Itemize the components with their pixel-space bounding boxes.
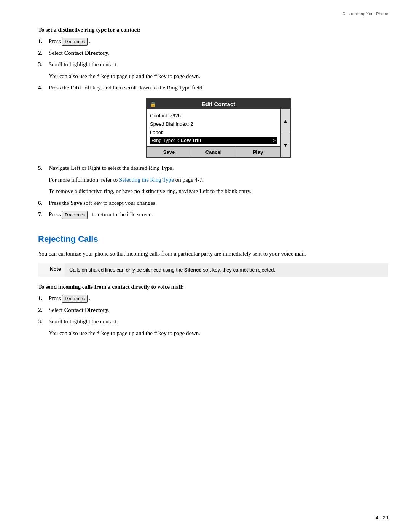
softkey-save[interactable]: Save: [147, 147, 191, 157]
ring-type-arrow: >: [273, 138, 276, 143]
step-3-content: Scroll to highlight the contact.: [49, 60, 388, 69]
directories-button-1[interactable]: Directories: [62, 38, 88, 46]
step-4-content: Press the Edit soft key, and then scroll…: [49, 83, 388, 92]
step-5-content: Navigate Left or Right to select the des…: [49, 164, 388, 173]
page-number: 4 - 23: [376, 515, 388, 521]
note-bold: Silence: [184, 267, 202, 273]
directories-button-2[interactable]: Directories: [62, 211, 88, 219]
step-4-bold: Edit: [71, 85, 81, 91]
step-6-num: 6.: [38, 199, 49, 208]
remove-note: To remove a distinctive ring, or have no…: [49, 187, 388, 196]
s2-step-2-num: 2.: [38, 306, 49, 315]
step-2-content: Select Contact Directory.: [49, 49, 388, 58]
header-rule: [0, 20, 411, 20]
step-1-num: 1.: [38, 37, 49, 46]
note-box: Note Calls on shared lines can only be s…: [38, 263, 388, 277]
sub-note-1: You can also use the * key to page up an…: [49, 72, 388, 81]
field-speed-dial: Speed Dial Index: 2: [150, 120, 277, 128]
step-6: 6. Press the Save soft key to accept you…: [38, 199, 388, 208]
step-2-num: 2.: [38, 49, 49, 58]
s2-step-3-content: Scroll to highlight the contact.: [49, 317, 388, 326]
ring-type-label: Ring Type: <: [151, 137, 179, 143]
directories-button-3[interactable]: Directories: [62, 295, 88, 303]
section2-heading2: To send incoming calls from a contact di…: [38, 284, 388, 290]
lock-icon: 🔒: [150, 101, 156, 107]
step-1-content: Press Directories .: [49, 37, 388, 46]
page-container: Customizing Your Phone To set a distinct…: [0, 0, 411, 532]
step-1: 1. Press Directories .: [38, 37, 388, 46]
field-contact: Contact: 7926: [150, 112, 277, 120]
s2-step-3: 3. Scroll to highlight the contact.: [38, 317, 388, 326]
s2-step-2-bold: Contact Directory: [64, 307, 108, 313]
s2-step-3-num: 3.: [38, 317, 49, 326]
ref-link[interactable]: Selecting the Ring Type: [119, 177, 174, 183]
phone-screen-wrapper: 🔒 Edit Contact Contact: 7926 Speed Dial …: [49, 98, 388, 158]
step-2: 2. Select Contact Directory.: [38, 49, 388, 58]
note-content: Calls on shared lines can only be silenc…: [65, 263, 388, 277]
step-6-content: Press the Save soft key to accept your c…: [49, 199, 388, 208]
section1-heading: To set a distinctive ring type for a con…: [38, 27, 388, 33]
s2-step-1-content: Press Directories .: [49, 294, 388, 303]
main-content: To set a distinctive ring type for a con…: [38, 27, 388, 340]
step-7-content: Press Directories to return to the idle …: [49, 210, 388, 219]
phone-screen-header: 🔒 Edit Contact: [147, 99, 290, 109]
section2-title: Rejecting Calls: [38, 234, 388, 244]
ring-type-row: Ring Type: < Low Trill >: [150, 137, 277, 144]
phone-screen-title: Edit Contact: [202, 101, 235, 107]
step-2-bold: Contact Directory: [64, 50, 108, 56]
scroll-down-arrow[interactable]: ▼: [281, 133, 290, 157]
note-label: Note: [38, 263, 65, 277]
phone-screen: 🔒 Edit Contact Contact: 7926 Speed Dial …: [146, 98, 291, 158]
step-5-num: 5.: [38, 164, 49, 173]
step-3: 3. Scroll to highlight the contact.: [38, 60, 388, 69]
step-7-num: 7.: [38, 210, 49, 219]
step-4: 4. Press the Edit soft key, and then scr…: [38, 83, 388, 92]
scroll-arrows: ▲ ▼: [280, 109, 290, 157]
header-text: Customizing Your Phone: [342, 11, 388, 16]
ring-type-value: Low Trill: [179, 137, 273, 143]
s2-step-2-content: Select Contact Directory.: [49, 306, 388, 315]
softkey-play[interactable]: Play: [236, 147, 280, 157]
ref-note: For more information, refer to Selecting…: [49, 176, 388, 184]
phone-screen-body: Contact: 7926 Speed Dial Index: 2 Label:…: [147, 109, 280, 147]
s2-step-1-num: 1.: [38, 294, 49, 303]
s2-step-2: 2. Select Contact Directory.: [38, 306, 388, 315]
softkey-cancel[interactable]: Cancel: [191, 147, 236, 157]
softkeys: Save Cancel Play: [147, 147, 280, 157]
step-6-bold: Save: [71, 200, 82, 206]
field-label: Label:: [150, 128, 277, 137]
step-3-num: 3.: [38, 60, 49, 69]
s2-step-1: 1. Press Directories .: [38, 294, 388, 303]
screen-body: Contact: 7926 Speed Dial Index: 2 Label:…: [147, 109, 280, 157]
scroll-up-arrow[interactable]: ▲: [281, 109, 290, 133]
section2-intro: You can customize your phone so that inc…: [38, 249, 388, 258]
sub-note-2: You can also use the * key to page up an…: [49, 329, 388, 338]
step-5: 5. Navigate Left or Right to select the …: [38, 164, 388, 173]
step-7: 7. Press Directories to return to the id…: [38, 210, 388, 219]
screen-wrapper: Contact: 7926 Speed Dial Index: 2 Label:…: [147, 109, 290, 157]
step-4-num: 4.: [38, 83, 49, 92]
